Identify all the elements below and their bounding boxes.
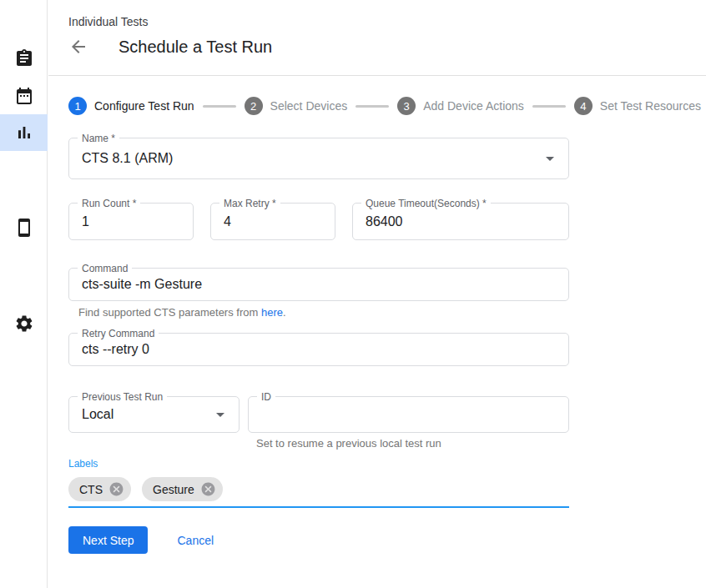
step-label: Set Test Resources [600, 99, 701, 113]
run-count-label: Run Count * [78, 198, 140, 209]
step-connector [203, 105, 236, 108]
command-input[interactable] [69, 269, 568, 300]
step-connector [356, 105, 389, 108]
id-label: ID [257, 391, 275, 403]
next-step-button[interactable]: Next Step [68, 526, 148, 554]
queue-timeout-label: Queue Timeout(Seconds) * [361, 198, 491, 209]
assignment-icon [14, 48, 34, 68]
previous-test-run-select[interactable]: Previous Test Run Local [68, 396, 240, 433]
step-label: Add Device Actions [423, 99, 524, 113]
cancel-button[interactable]: Cancel [177, 534, 214, 547]
retry-command-field: Retry Command [68, 333, 569, 366]
sidebar-item-test-plans[interactable] [0, 78, 48, 114]
form-actions: Next Step Cancel [68, 526, 569, 554]
id-input[interactable] [249, 397, 568, 432]
calendar-icon [14, 86, 34, 106]
step-number: 1 [68, 97, 87, 115]
smartphone-icon [14, 218, 34, 238]
name-value: CTS 8.1 (ARM) [69, 138, 568, 178]
command-hint-text: Find supported CTS parameters from [78, 306, 261, 319]
sidebar-item-settings[interactable] [0, 305, 48, 342]
step-number: 3 [397, 97, 416, 115]
command-hint-period: . [283, 306, 286, 319]
labels-focus-underline [68, 506, 569, 508]
label-chip[interactable]: CTS [68, 477, 131, 501]
step-configure-test-run[interactable]: 1 Configure Test Run [68, 97, 194, 115]
step-number: 4 [574, 97, 593, 115]
bar-chart-icon [14, 123, 34, 143]
previous-test-run-label: Previous Test Run [78, 391, 167, 403]
app-window: Individual Tests Schedule a Test Run 1 C… [0, 0, 706, 588]
chip-remove-button[interactable] [108, 481, 124, 497]
back-button[interactable] [68, 37, 88, 57]
chip-text: CTS [79, 483, 103, 496]
run-count-field: Run Count * [68, 203, 194, 240]
label-chip[interactable]: Gesture [142, 477, 223, 501]
retry-command-label: Retry Command [78, 328, 159, 339]
cancel-icon [200, 481, 216, 497]
step-label: Select Devices [270, 99, 348, 113]
page-title: Schedule a Test Run [119, 38, 272, 57]
dropdown-arrow-icon [540, 148, 560, 168]
chip-text: Gesture [153, 483, 194, 496]
sidebar [0, 0, 48, 588]
name-label: Name * [78, 133, 119, 144]
step-set-test-resources[interactable]: 4 Set Test Resources [574, 97, 701, 115]
step-connector [532, 105, 566, 108]
sidebar-item-tests[interactable] [0, 40, 48, 77]
max-retry-label: Max Retry * [219, 198, 280, 209]
gear-icon [14, 314, 34, 334]
arrow-back-icon [68, 37, 88, 57]
command-label: Command [78, 263, 132, 274]
name-select[interactable]: Name * CTS 8.1 (ARM) [68, 138, 569, 179]
step-number: 2 [245, 97, 263, 115]
cancel-icon [108, 481, 124, 497]
queue-timeout-field: Queue Timeout(Seconds) * [352, 203, 569, 240]
page-header: Individual Tests Schedule a Test Run [48, 0, 706, 76]
id-field: ID [248, 396, 569, 433]
cts-parameters-link[interactable]: here [261, 306, 283, 319]
breadcrumb: Individual Tests [68, 15, 706, 28]
labels-label: Labels [68, 458, 569, 470]
main-content: Individual Tests Schedule a Test Run 1 C… [48, 0, 706, 588]
step-select-devices[interactable]: 2 Select Devices [245, 97, 348, 115]
step-label: Configure Test Run [94, 99, 194, 113]
id-hint: Set to resume a previous local test run [256, 437, 569, 450]
step-add-device-actions[interactable]: 3 Add Device Actions [397, 97, 524, 115]
command-field: Command [68, 268, 569, 301]
sidebar-item-devices[interactable] [0, 209, 48, 246]
chip-remove-button[interactable] [200, 481, 216, 497]
command-hint: Find supported CTS parameters from here. [78, 306, 569, 319]
configure-test-run-form: Name * CTS 8.1 (ARM) Run Count * Max Ret… [48, 138, 569, 554]
sidebar-item-test-runs[interactable] [0, 114, 48, 151]
labels-chip-input[interactable]: CTS Gesture [68, 477, 569, 501]
dropdown-arrow-icon [210, 405, 230, 425]
max-retry-field: Max Retry * [210, 203, 335, 240]
stepper: 1 Configure Test Run 2 Select Devices 3 … [68, 97, 706, 115]
